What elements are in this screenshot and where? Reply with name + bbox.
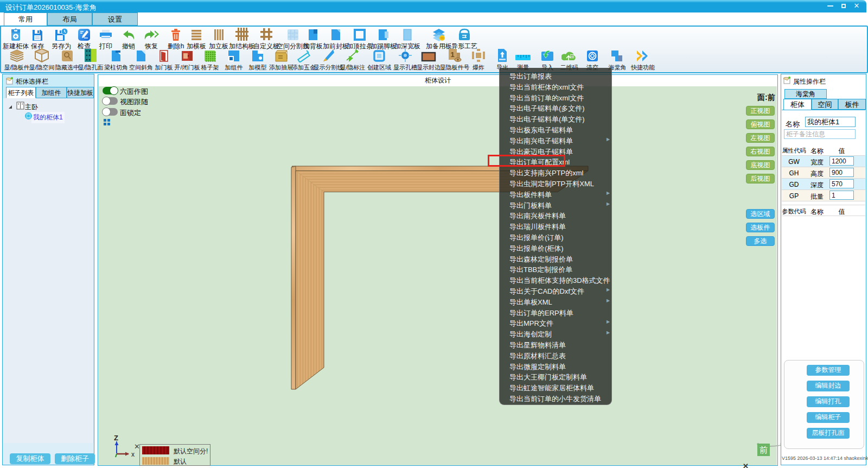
svg-text:1: 1: [450, 50, 454, 59]
svg-text:Z: Z: [114, 434, 118, 442]
svg-text:x: x: [131, 451, 135, 458]
